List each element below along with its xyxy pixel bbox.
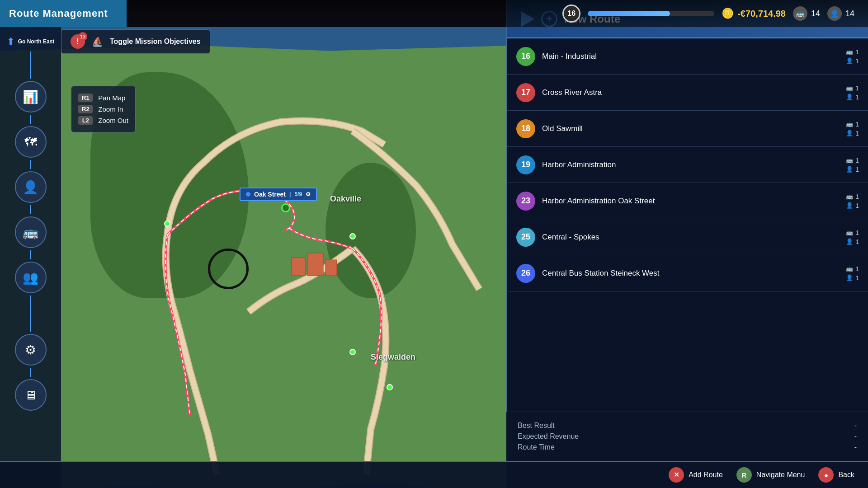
route-bus-count-17: 1 bbox=[855, 84, 859, 92]
direction-label: Go North East bbox=[18, 38, 55, 45]
route-item-17[interactable]: 17 Cross River Astra 🚌 1 👤 1 bbox=[507, 75, 868, 111]
map-controls: R1 Pan Map R2 Zoom In L2 Zoom Out bbox=[71, 86, 136, 132]
sidebar-line-bottom bbox=[30, 296, 31, 332]
route-item-23[interactable]: 23 Harbor Administration Oak Street 🚌 1 … bbox=[507, 183, 868, 219]
route-person-stat-23: 👤 1 bbox=[846, 202, 859, 209]
route-bus-stat-26: 🚌 1 bbox=[846, 265, 859, 272]
route-num-26: 26 bbox=[516, 264, 535, 283]
person-mini-icon: 👤 bbox=[846, 57, 853, 64]
sidebar-connector-5 bbox=[30, 368, 31, 377]
route-person-stat-26: 👤 1 bbox=[846, 274, 859, 282]
mission-bar[interactable]: ! 13 ⛵ Toggle Mission Objectives bbox=[61, 29, 210, 54]
route-person-stat-18: 👤 1 bbox=[846, 130, 859, 137]
route-bus-count-25: 1 bbox=[855, 229, 859, 236]
navigate-menu-icon: R bbox=[736, 467, 752, 483]
route-stats-16: 🚌 1 👤 1 bbox=[846, 48, 859, 65]
buildings bbox=[289, 249, 344, 285]
route-person-count-16: 1 bbox=[855, 57, 859, 65]
person-mini-icon-25: 👤 bbox=[846, 238, 853, 245]
sidebar-btn-map[interactable]: 🗺 bbox=[15, 126, 47, 158]
bus-stat-icon: 🚌 bbox=[793, 6, 807, 21]
stop-dot-1[interactable] bbox=[164, 221, 170, 227]
route-num-23: 23 bbox=[516, 192, 535, 211]
route-name-18: Old Sawmill bbox=[542, 124, 839, 133]
ship-icon: ⛵ bbox=[92, 36, 103, 47]
zoom-out-control: L2 Zoom Out bbox=[78, 116, 128, 125]
route-bus-stat-16: 🚌 1 bbox=[846, 48, 859, 56]
alert-icon-wrapper: ! 13 bbox=[71, 34, 85, 49]
person-mini-icon-17: 👤 bbox=[846, 94, 853, 100]
route-item-18[interactable]: 18 Old Sawmill 🚌 1 👤 1 bbox=[507, 111, 868, 147]
route-stats-23: 🚌 1 👤 1 bbox=[846, 193, 859, 209]
svg-rect-1 bbox=[307, 253, 323, 276]
direction-indicator: ⬆ Go North East bbox=[7, 36, 55, 47]
stop-dot-2[interactable] bbox=[349, 233, 356, 239]
route-person-count-23: 1 bbox=[855, 202, 859, 209]
sidebar-btn-stats[interactable]: 📊 bbox=[15, 81, 47, 113]
best-result-row: Best Result - bbox=[518, 422, 857, 430]
route-bus-count-16: 1 bbox=[855, 48, 859, 56]
bus-mini-icon-17: 🚌 bbox=[846, 84, 853, 91]
loading-indicator bbox=[208, 249, 249, 289]
best-result-label: Best Result bbox=[518, 422, 555, 430]
navigate-menu-button[interactable]: R Navigate Menu bbox=[736, 467, 805, 483]
route-bus-count-23: 1 bbox=[855, 193, 859, 200]
add-route-button[interactable]: ✕ Add Route bbox=[669, 467, 723, 483]
person-mini-icon-18: 👤 bbox=[846, 130, 853, 136]
back-button[interactable]: ● Back bbox=[818, 467, 854, 483]
expected-revenue-label: Expected Revenue bbox=[518, 432, 579, 441]
route-item-26[interactable]: 26 Central Bus Station Steineck West 🚌 1… bbox=[507, 255, 868, 291]
bus-marker bbox=[281, 203, 290, 212]
route-person-count-17: 1 bbox=[855, 94, 859, 101]
route-name-26: Central Bus Station Steineck West bbox=[542, 269, 839, 278]
sidebar-btn-agent[interactable]: 👤 bbox=[15, 171, 47, 203]
route-bus-count-26: 1 bbox=[855, 265, 859, 272]
sidebar-btn-people[interactable]: 👥 bbox=[15, 262, 47, 293]
route-name-23: Harbor Administration Oak Street bbox=[542, 197, 839, 206]
route-bus-stat-25: 🚌 1 bbox=[846, 229, 859, 236]
xp-bar bbox=[588, 11, 714, 16]
people-icon: 👥 bbox=[23, 270, 38, 285]
left-sidebar: ⬆ Go North East 📊 🗺 👤 🚌 👥 ⚙ 🖥 bbox=[0, 27, 61, 488]
route-name-16: Main - Industrial bbox=[542, 52, 839, 61]
expected-revenue-value: - bbox=[854, 432, 857, 441]
level-badge: 16 bbox=[562, 5, 580, 23]
bus-mini-icon-19: 🚌 bbox=[846, 157, 853, 164]
sidebar-btn-settings[interactable]: ⚙ bbox=[15, 334, 47, 366]
route-stats-25: 🚌 1 👤 1 bbox=[846, 229, 859, 245]
route-bus-stat-23: 🚌 1 bbox=[846, 193, 859, 200]
street-tooltip[interactable]: Oak Street | 5/9 ⚙ bbox=[240, 188, 317, 201]
settings-icon: ⚙ bbox=[25, 343, 36, 357]
route-time-row: Route Time - bbox=[518, 443, 857, 451]
route-item-16[interactable]: 16 Main - Industrial 🚌 1 👤 1 bbox=[507, 38, 868, 75]
route-person-stat-19: 👤 1 bbox=[846, 166, 859, 173]
route-item-25[interactable]: 25 Central - Spokes 🚌 1 👤 1 bbox=[507, 219, 868, 255]
stop-dot-4[interactable] bbox=[387, 384, 393, 390]
route-time-value: - bbox=[854, 443, 857, 451]
map-area[interactable]: Oak Street | 5/9 ⚙ Oakville Siegwalden R… bbox=[0, 27, 506, 488]
direction-arrow: ⬆ bbox=[7, 36, 14, 47]
person-stat: 👤 14 bbox=[827, 6, 854, 21]
sidebar-btn-bus[interactable]: 🚌 bbox=[15, 216, 47, 248]
route-name-25: Central - Spokes bbox=[542, 233, 839, 242]
stats-icon: 📊 bbox=[23, 89, 38, 104]
level-area: 16 🪙 -€70,714.98 🚌 14 👤 14 bbox=[562, 5, 868, 23]
settings-mini-icon: ⚙ bbox=[306, 191, 311, 197]
money-display: 🪙 -€70,714.98 bbox=[722, 8, 786, 19]
pan-key-badge: R1 bbox=[78, 94, 93, 102]
stop-dot-3[interactable] bbox=[349, 349, 356, 355]
zoom-in-label: Zoom In bbox=[98, 105, 123, 113]
page-title: Route Management bbox=[9, 8, 108, 19]
coin-icon: 🪙 bbox=[722, 8, 734, 19]
sidebar-btn-monitor[interactable]: 🖥 bbox=[15, 379, 47, 411]
route-item-19[interactable]: 19 Harbor Administration 🚌 1 👤 1 bbox=[507, 147, 868, 183]
route-num-16: 16 bbox=[516, 47, 535, 66]
sidebar-connector-4 bbox=[30, 250, 31, 259]
expected-revenue-row: Expected Revenue - bbox=[518, 432, 857, 441]
zoom-in-control: R2 Zoom In bbox=[78, 105, 128, 113]
zoom-out-label: Zoom Out bbox=[98, 117, 128, 124]
best-result-value: - bbox=[854, 422, 857, 430]
bottom-info: Best Result - Expected Revenue - Route T… bbox=[506, 412, 868, 461]
person-mini-icon-23: 👤 bbox=[846, 202, 853, 209]
route-num-25: 25 bbox=[516, 228, 535, 247]
